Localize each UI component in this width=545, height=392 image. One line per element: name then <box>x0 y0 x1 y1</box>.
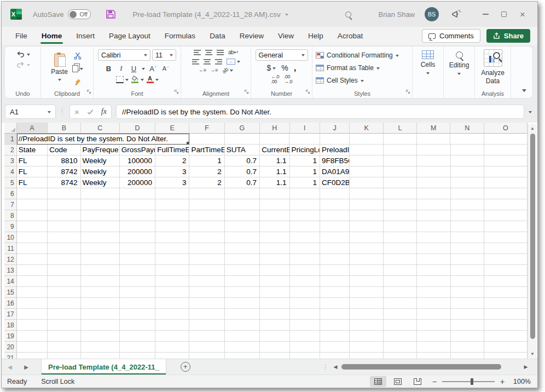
cell-A21[interactable] <box>17 353 48 359</box>
clipboard-dialog-launcher[interactable] <box>86 87 91 96</box>
cell-A12[interactable] <box>17 254 48 265</box>
insert-function-icon[interactable]: fx <box>101 107 107 116</box>
cell-H11[interactable] <box>260 243 289 254</box>
cell-H15[interactable] <box>260 287 289 298</box>
cell-F16[interactable] <box>189 298 224 309</box>
increase-font-button[interactable]: Aˆ <box>148 63 158 74</box>
cell-B18[interactable] <box>48 320 80 331</box>
cell-J14[interactable] <box>320 276 350 287</box>
cell-H13[interactable] <box>260 265 289 276</box>
cell-L9[interactable] <box>384 221 417 232</box>
comma-style-button[interactable]: , <box>294 65 297 71</box>
cell-K18[interactable] <box>350 320 383 331</box>
cell-G18[interactable] <box>225 320 260 331</box>
column-header-F[interactable]: F <box>189 123 224 134</box>
cell-L12[interactable] <box>384 254 417 265</box>
row-header-14[interactable]: 14 <box>4 276 17 287</box>
cell-F14[interactable] <box>189 276 224 287</box>
horizontal-scrollbar[interactable]: ◀ ▶ <box>332 359 530 374</box>
cell-M6[interactable] <box>417 188 450 199</box>
cell-A7[interactable] <box>17 199 48 210</box>
cell-K9[interactable] <box>350 221 383 232</box>
row-header-20[interactable]: 20 <box>4 342 17 353</box>
cell-A20[interactable] <box>17 342 48 353</box>
cell-I19[interactable] <box>290 331 320 342</box>
cell-K15[interactable] <box>350 287 383 298</box>
cell-J16[interactable] <box>320 298 350 309</box>
cell-F18[interactable] <box>189 320 224 331</box>
cell-L16[interactable] <box>384 298 417 309</box>
cell-M13[interactable] <box>417 265 450 276</box>
cell-C5[interactable]: Weekly <box>81 177 120 188</box>
align-right-button[interactable] <box>215 59 222 65</box>
row-header-4[interactable]: 4 <box>4 166 17 177</box>
row-header-17[interactable]: 17 <box>4 309 17 320</box>
cell-F11[interactable] <box>189 243 224 254</box>
cell-K6[interactable] <box>350 188 383 199</box>
page-break-view-button[interactable] <box>409 376 426 387</box>
cell-I8[interactable] <box>290 210 320 221</box>
column-header-O[interactable]: O <box>484 123 527 134</box>
cell-E12[interactable] <box>155 254 189 265</box>
cell-E17[interactable] <box>155 309 189 320</box>
cell-E6[interactable] <box>155 188 189 199</box>
cell-N8[interactable] <box>451 210 484 221</box>
cell-G20[interactable] <box>225 342 260 353</box>
cell-O3[interactable] <box>484 155 527 166</box>
zoom-in-button[interactable]: + <box>497 377 508 386</box>
cell-N5[interactable] <box>451 177 484 188</box>
cell-C17[interactable] <box>81 309 120 320</box>
cell-O5[interactable] <box>484 177 527 188</box>
cell-B15[interactable] <box>48 287 80 298</box>
cell-G13[interactable] <box>225 265 260 276</box>
cell-J8[interactable] <box>320 210 350 221</box>
cell-B2[interactable]: Code <box>48 145 80 155</box>
cell-H8[interactable] <box>260 210 289 221</box>
cell-A9[interactable] <box>17 221 48 232</box>
cell-K20[interactable] <box>350 342 383 353</box>
font-name-select[interactable]: Calibri <box>98 49 150 61</box>
cell-L18[interactable] <box>384 320 417 331</box>
number-format-select[interactable]: General <box>256 49 308 61</box>
column-header-H[interactable]: H <box>260 123 289 134</box>
cell-A6[interactable] <box>17 188 48 199</box>
enter-check-icon[interactable] <box>87 109 94 115</box>
cell-O9[interactable] <box>484 221 527 232</box>
cell-C10[interactable] <box>81 232 120 243</box>
zoom-level[interactable]: 100% <box>508 378 531 385</box>
cell-E18[interactable] <box>155 320 189 331</box>
cell-E21[interactable] <box>155 353 189 359</box>
cell-O7[interactable] <box>484 199 527 210</box>
cell-F17[interactable] <box>189 309 224 320</box>
row-header-16[interactable]: 16 <box>4 298 17 309</box>
row-header-5[interactable]: 5 <box>4 177 17 188</box>
cell-N15[interactable] <box>451 287 484 298</box>
decrease-decimal-button[interactable]: .00→.0 <box>284 74 292 84</box>
font-color-button[interactable]: A <box>147 76 159 83</box>
row-header-8[interactable]: 8 <box>4 210 17 221</box>
cell-H14[interactable] <box>260 276 289 287</box>
cell-O11[interactable] <box>484 243 527 254</box>
cell-D17[interactable] <box>120 309 155 320</box>
cell-L7[interactable] <box>384 199 417 210</box>
cell-M1[interactable] <box>417 134 450 145</box>
cell-N18[interactable] <box>451 320 484 331</box>
cell-styles-button[interactable]: Cell Styles <box>316 76 399 85</box>
column-header-J[interactable]: J <box>320 123 350 134</box>
cell-M9[interactable] <box>417 221 450 232</box>
cell-O19[interactable] <box>484 331 527 342</box>
cell-A2[interactable]: State <box>17 145 48 155</box>
row-header-15[interactable]: 15 <box>4 287 17 298</box>
cell-J20[interactable] <box>320 342 350 353</box>
cell-L10[interactable] <box>384 232 417 243</box>
cell-D9[interactable] <box>120 221 155 232</box>
cell-H21[interactable] <box>260 353 289 359</box>
cell-H17[interactable] <box>260 309 289 320</box>
cell-H18[interactable] <box>260 320 289 331</box>
cell-C18[interactable] <box>81 320 120 331</box>
cell-G2[interactable]: SUTA <box>225 145 260 155</box>
cell-K1[interactable] <box>350 134 383 145</box>
cell-F6[interactable] <box>189 188 224 199</box>
cell-B6[interactable] <box>48 188 80 199</box>
cell-D10[interactable] <box>120 232 155 243</box>
